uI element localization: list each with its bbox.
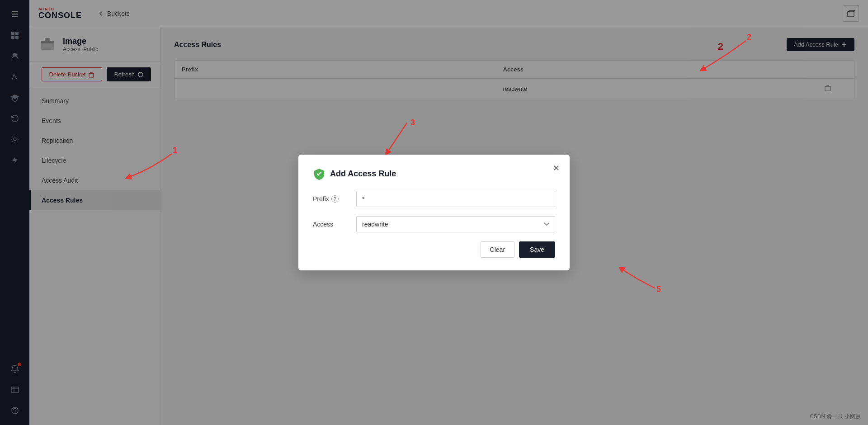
modal-close-button[interactable]: ✕ [550, 162, 562, 175]
access-row: Access readonly readwrite writeonly [313, 216, 555, 232]
modal-wrapper: 3 4 5 ✕ Add Access Rule [298, 155, 570, 270]
modal-overlay: 3 4 5 ✕ Add Access Rule [0, 0, 868, 425]
prefix-input[interactable] [356, 191, 555, 207]
arrow-5-svg: 5 [570, 261, 660, 298]
clear-button[interactable]: Clear [481, 241, 514, 258]
prefix-help-icon[interactable]: ? [331, 195, 339, 203]
add-access-rule-modal: ✕ Add Access Rule Prefix ? Access [298, 155, 570, 270]
svg-text:3: 3 [410, 118, 415, 127]
access-select[interactable]: readonly readwrite writeonly [356, 216, 555, 232]
prefix-label: Prefix ? [313, 195, 349, 203]
shield-icon [313, 167, 326, 180]
prefix-row: Prefix ? [313, 191, 555, 207]
save-button[interactable]: Save [519, 241, 555, 258]
modal-actions: Clear Save [313, 241, 555, 258]
svg-text:5: 5 [656, 285, 661, 294]
modal-title: Add Access Rule [313, 167, 555, 180]
access-label: Access [313, 221, 349, 228]
